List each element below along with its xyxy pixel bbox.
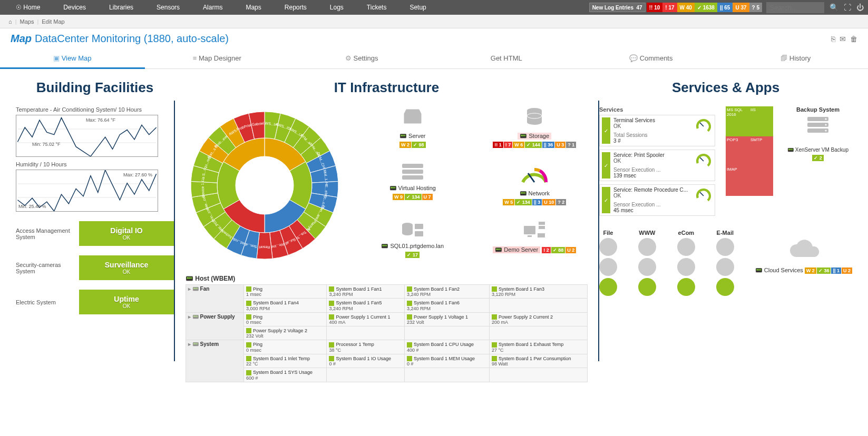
sensor-cell[interactable] xyxy=(327,326,405,340)
sensor-cell[interactable]: System Board 1 Fan63,240 RPM xyxy=(405,299,490,312)
traffic-file[interactable]: File xyxy=(599,230,617,298)
sensor-cell[interactable] xyxy=(405,368,490,382)
facility-box[interactable]: Digital IOOK xyxy=(79,221,174,246)
facility-label: Electric System xyxy=(16,299,79,305)
sensor-cell[interactable]: System Board 1 Fan23,240 RPM xyxy=(405,285,490,299)
traffic-ecom[interactable]: eCom xyxy=(677,230,695,298)
sensor-cell[interactable]: System Board 1 IO Usage0 # xyxy=(327,354,405,368)
backup-icon xyxy=(784,117,852,136)
menu-alarms[interactable]: Alarms xyxy=(191,0,234,15)
treemap[interactable]: MS SQL 2016IISPOP3SMTPIMAP xyxy=(726,106,773,196)
menu-libraries[interactable]: Libraries xyxy=(97,0,145,15)
sensor-cell[interactable]: Power Supply 1 Voltage 1232 Volt xyxy=(405,312,490,326)
tab-comments[interactable]: 💬 Comments xyxy=(579,49,724,68)
service-card[interactable]: ✓ Terminal ServicesOK Total Sessions3 # xyxy=(599,115,715,146)
sensor-cell[interactable]: System Board 1 Exhaust Temp27 °C xyxy=(489,340,587,354)
infra-virtual-hosting[interactable]: 📟 Virtual Hosting W 9✓ 134U 7 xyxy=(359,164,466,200)
search-icon[interactable]: 🔍 xyxy=(830,3,838,12)
menu-setup[interactable]: Setup xyxy=(398,0,437,15)
backup-sub: 📟 XenServer VM Backup xyxy=(784,147,852,153)
status-badge[interactable]: ! 17 xyxy=(662,3,677,12)
menu-maps[interactable]: Maps xyxy=(234,0,272,15)
sensor-cell[interactable]: System Board 1 Fan53,240 RPM xyxy=(327,299,405,312)
check-icon: ✓ xyxy=(602,117,610,144)
main-menu: ☉ Home Devices Libraries Sensors Alarms … xyxy=(4,0,589,15)
sensor-cell[interactable]: System Board 1 Inlet Temp22 °C xyxy=(244,354,327,368)
fullscreen-icon[interactable]: ⛶ xyxy=(844,3,851,12)
sensor-cell[interactable]: System Board 1 Fan43,000 RPM xyxy=(244,299,327,312)
menu-sensors[interactable]: Sensors xyxy=(145,0,191,15)
status-badge[interactable]: U 37 xyxy=(733,3,749,12)
crumb-maps[interactable]: Maps xyxy=(17,18,37,25)
service-card[interactable]: ✓ Service: Remote Procedure C...OK Senso… xyxy=(599,184,715,216)
traffic-yellow xyxy=(599,258,617,276)
infra-network[interactable]: 📟 Network W 5✓ 134|| 3U 10? 2 xyxy=(482,164,588,205)
tab-map-designer[interactable]: ≡ Map Designer xyxy=(145,49,290,68)
infra-item-label: 📟 SQL01.prtgdemo.lan xyxy=(381,243,444,249)
sensor-cell[interactable]: Processor 1 Temp38 °C xyxy=(327,340,405,354)
traffic-e-mail[interactable]: E-Mail xyxy=(716,230,734,298)
gauge-icon xyxy=(695,152,713,170)
treemap-cell[interactable]: POP3 xyxy=(726,136,749,166)
sensor-cell[interactable]: Power Supply 2 Current 2200 mA xyxy=(489,312,587,326)
menu-devices[interactable]: Devices xyxy=(52,0,97,15)
tab-view-map[interactable]: ▣ View Map xyxy=(0,49,145,69)
status-badge[interactable]: W 40 xyxy=(677,3,695,12)
crumb-edit[interactable]: Edit Map xyxy=(38,18,67,25)
treemap-cell[interactable]: MS SQL 2016 xyxy=(726,106,749,136)
menu-tickets[interactable]: Tickets xyxy=(355,0,398,15)
delete-icon[interactable]: 🗑 xyxy=(850,35,857,43)
infra-sql01-prtgdemo-lan[interactable]: 📟 SQL01.prtgdemo.lan ✓ 17 xyxy=(359,222,466,258)
sensor-cell[interactable]: System Board 1 SYS Usage600 # xyxy=(244,368,327,382)
sensor-cell[interactable] xyxy=(489,368,587,382)
storage-icon xyxy=(482,106,588,131)
status-badge[interactable]: !! 10 xyxy=(647,3,663,12)
tab-history[interactable]: 🗐 History xyxy=(724,49,869,68)
sensor-cell[interactable]: System Board 1 MEM Usage0 # xyxy=(405,354,490,368)
status-badge[interactable]: ? 5 xyxy=(749,3,762,12)
host-title: 📟 Host (WBEM) xyxy=(186,275,588,282)
search-input[interactable] xyxy=(766,2,824,13)
traffic-www[interactable]: WWW xyxy=(638,230,656,298)
tab-settings[interactable]: ⚙ Settings xyxy=(289,49,434,68)
infra-storage[interactable]: 📟 Storage !! 1! 7W 6✓ 144|| 36U 3? 1 xyxy=(482,106,588,148)
sensor-cell[interactable]: Power Supply 2 Voltage 2232 Volt xyxy=(244,326,327,340)
sensor-cell[interactable]: Power Supply 1 Current 1400 mA xyxy=(327,312,405,326)
treemap-cell[interactable]: IMAP xyxy=(726,166,773,196)
infra-server[interactable]: 📟 Server W 2✓ 98 xyxy=(359,106,466,148)
stack-icon xyxy=(359,164,466,183)
menu-logs[interactable]: Logs xyxy=(318,0,355,15)
host-category: ▸ 📟 System xyxy=(186,340,244,382)
crumb-home[interactable]: ⌂ xyxy=(5,18,15,25)
sensor-cell[interactable]: Ping0 msec xyxy=(244,312,327,326)
sensor-cell[interactable]: Ping1 msec xyxy=(244,285,327,299)
sensor-cell[interactable] xyxy=(489,299,587,312)
infra-demo-server[interactable]: 📟 Demo Server ! 2✓ 88U 2 xyxy=(482,222,588,253)
menu-home[interactable]: ☉ Home xyxy=(4,0,52,15)
svg-rect-43 xyxy=(415,231,423,236)
status-badge[interactable]: || 65 xyxy=(717,3,733,12)
sensor-cell[interactable] xyxy=(327,368,405,382)
mail-icon[interactable]: ✉ xyxy=(840,35,846,43)
sensor-cell[interactable]: System Board 1 Pwr Consumption98 Watt xyxy=(489,354,587,368)
sensor-cell[interactable]: System Board 1 CPU Usage400 # xyxy=(405,340,490,354)
facility-box[interactable]: UptimeOK xyxy=(79,290,174,314)
status-badge[interactable]: ✓ 1638 xyxy=(695,3,717,12)
treemap-cell[interactable]: SMTP xyxy=(749,136,773,166)
sensor-cell[interactable]: System Board 1 Fan13,240 RPM xyxy=(327,285,405,299)
menu-reports[interactable]: Reports xyxy=(273,0,318,15)
service-card[interactable]: ✓ Service: Print SpoolerOK Sensor Execut… xyxy=(599,150,715,181)
new-log-entries[interactable]: New Log Entries 47 xyxy=(589,3,646,12)
facility-box[interactable]: SurveillanceOK xyxy=(79,255,174,280)
sunburst-chart[interactable]: AWS...IAUAWS...IDEAWS...USFFM...althHe..… xyxy=(186,106,344,264)
sensor-cell[interactable]: System Board 1 Fan33,120 RPM xyxy=(489,285,587,299)
traffic-yellow xyxy=(716,258,734,276)
treemap-cell[interactable]: IIS xyxy=(749,106,773,136)
sensor-cell[interactable]: Ping0 msec xyxy=(244,340,327,354)
export-icon[interactable]: ⎘ xyxy=(831,35,835,43)
status-chip: ✓ 2 xyxy=(812,155,824,161)
sensor-cell[interactable] xyxy=(405,326,490,340)
sensor-cell[interactable] xyxy=(489,326,587,340)
power-icon[interactable]: ⏻ xyxy=(856,3,864,12)
tab-get-html[interactable]: Get HTML xyxy=(434,49,579,68)
